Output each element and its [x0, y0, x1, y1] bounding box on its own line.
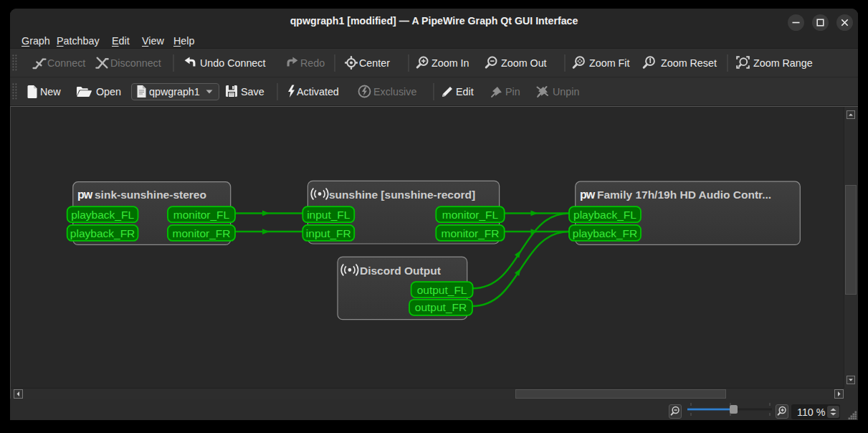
- svg-text:pw: pw: [580, 189, 596, 201]
- svg-text:playback_FL: playback_FL: [71, 209, 134, 221]
- svg-text:monitor_FL: monitor_FL: [173, 209, 230, 221]
- svg-text:output_FR: output_FR: [415, 301, 467, 313]
- svg-text:playback_FR: playback_FR: [70, 227, 135, 239]
- svg-text:pw: pw: [77, 189, 93, 201]
- svg-text:input_FL: input_FL: [307, 209, 350, 221]
- svg-text:playback_FR: playback_FR: [573, 227, 637, 239]
- svg-text:monitor_FR: monitor_FR: [173, 227, 231, 239]
- svg-text:input_FR: input_FR: [306, 227, 351, 239]
- svg-text:sink-sunshine-stereo: sink-sunshine-stereo: [95, 189, 206, 201]
- svg-text:Discord Output: Discord Output: [360, 265, 441, 277]
- svg-text:monitor_FR: monitor_FR: [442, 227, 500, 239]
- svg-text:output_FL: output_FL: [417, 284, 467, 296]
- svg-text:playback_FL: playback_FL: [573, 209, 636, 221]
- svg-text:sunshine [sunshine-record]: sunshine [sunshine-record]: [329, 189, 475, 201]
- svg-text:Family 17h/19h HD Audio Contr.: Family 17h/19h HD Audio Contr...: [597, 189, 771, 201]
- svg-text:monitor_FL: monitor_FL: [442, 209, 499, 221]
